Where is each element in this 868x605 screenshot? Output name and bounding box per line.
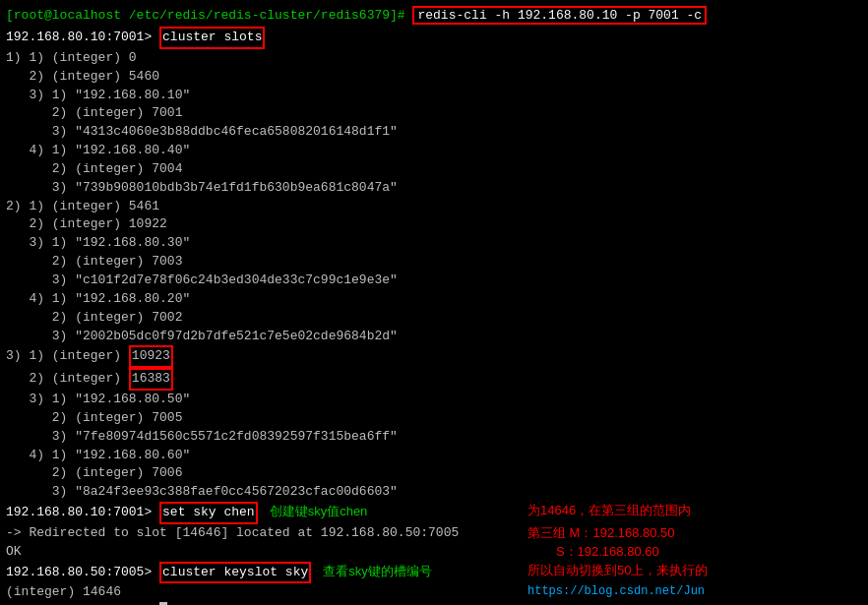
keyslot-annotation: 查看sky键的槽编号 <box>323 563 432 581</box>
top-command: redis-cli -h 192.168.80.10 -p 7001 -c <box>412 6 707 25</box>
line-cluster-slots: 192.168.80.10:7001> cluster slots <box>6 27 862 49</box>
output-line: 4) 1) "192.168.80.40" <box>6 142 862 160</box>
right-annotation-2: 第三组 M：192.168.80.50 <box>527 524 675 543</box>
output-line: 2) 1) (integer) 5461 <box>6 198 862 216</box>
output-integer: (integer) 14646 https://blog.csdn.net/Ju… <box>6 583 862 602</box>
output-line: 3) "8a24f3ee93c388faef0cc45672023cfac00d… <box>6 483 862 502</box>
output-line: 2) (integer) 7001 <box>6 104 862 123</box>
output-line: 1) 1) (integer) 0 <box>6 49 862 68</box>
prompt: 192.168.80.10:7001> <box>6 29 159 47</box>
output-line: 2) (integer) 5460 <box>6 68 862 87</box>
slot-start-highlight: 10923 <box>129 345 173 368</box>
output-ok: OK S：192.168.80.60 <box>6 543 862 562</box>
keyslot-prompt: 192.168.80.50:7005> <box>6 564 159 582</box>
top-bar: [root@localhost /etc/redis/redis-cluster… <box>6 4 862 27</box>
right-annotation-4: 所以自动切换到50上，来执行的 <box>527 562 708 580</box>
output-line: 2) (integer) 7003 <box>6 253 862 272</box>
output-line: 2) (integer) 10922 <box>6 215 862 234</box>
output-line: 2) (integer) 7005 <box>6 409 862 428</box>
right-annotation-1: 为14646，在第三组的范围内 <box>527 502 691 520</box>
output-redirected: -> Redirected to slot [14646] located at… <box>6 524 862 543</box>
output-line: 3) "739b908010bdb3b74e1fd1fb630b9ea681c8… <box>6 179 862 198</box>
right-annotation-3: S：192.168.80.60 <box>527 543 659 562</box>
output-line: 2) (integer) 7004 <box>6 160 862 179</box>
output-line: 4) 1) "192.168.80.60" <box>6 447 862 465</box>
set-sky-cmd: set sky chen <box>159 502 258 524</box>
csdn-link: https://blog.csdn.net/Jun <box>527 583 705 600</box>
set-prompt: 192.168.80.10:7001> <box>6 504 159 522</box>
line-keyslot: 192.168.80.50:7005> cluster keyslot sky … <box>6 562 862 584</box>
top-prompt: [root@localhost /etc/redis/redis-cluster… <box>6 8 412 23</box>
output-line: 3) "4313c4060e3b88ddbc46feca658082016148… <box>6 123 862 142</box>
terminal-window: [root@localhost /etc/redis/redis-cluster… <box>0 0 868 605</box>
output-line: 3) 1) "192.168.80.10" <box>6 87 862 105</box>
output-line: 3) "c101f2d7e78f06c24b3ed304de33c7c99c1e… <box>6 272 862 290</box>
output-line: 2) (integer) 7006 <box>6 464 862 483</box>
keyslot-cmd: cluster keyslot sky <box>159 562 311 584</box>
output-line: 3) "7fe80974d1560c5571c2fd08392597f315be… <box>6 428 862 447</box>
cluster-slots-cmd: cluster slots <box>159 27 265 49</box>
output-line: 3) "2002b05dc0f97d2b7dfe521c7e5e02cde968… <box>6 328 862 346</box>
output-line: 2) (integer) 7002 <box>6 309 862 328</box>
output-line-16383: 2) (integer) 16383 <box>6 368 862 391</box>
slot-end-highlight: 16383 <box>129 368 173 391</box>
output-line-10923: 3) 1) (integer) 10923 <box>6 345 862 368</box>
output-line: 4) 1) "192.168.80.20" <box>6 290 862 309</box>
output-line: 3) 1) "192.168.80.30" <box>6 234 862 253</box>
set-annotation: 创建键sky值chen <box>270 503 368 521</box>
line-set-sky: 192.168.80.10:7001> set sky chen 创建键sky值… <box>6 502 862 524</box>
output-line: 3) 1) "192.168.80.50" <box>6 391 862 409</box>
